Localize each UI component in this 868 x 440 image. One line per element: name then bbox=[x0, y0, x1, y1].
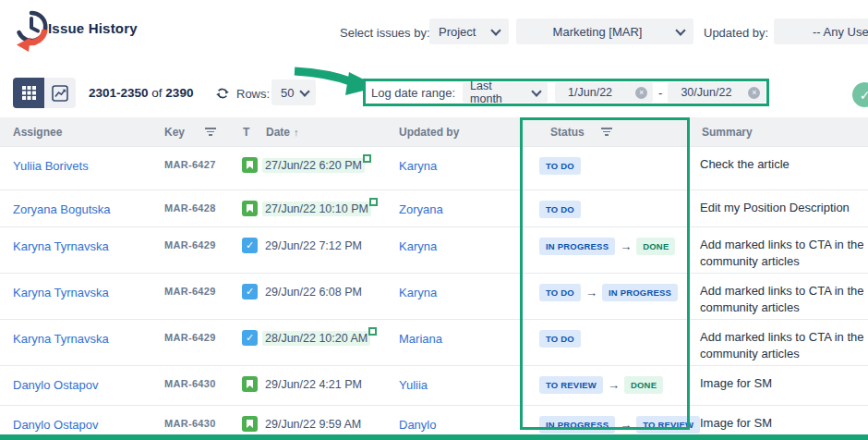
date-value: 29/Jun/22 6:08 PM bbox=[265, 286, 362, 299]
summary-text: Add marked links to CTA in the community… bbox=[700, 227, 866, 270]
date-range-separator: - bbox=[658, 86, 662, 100]
status-badge: TO DO bbox=[539, 284, 581, 301]
updated-by-link[interactable]: Yuliia bbox=[399, 366, 510, 392]
select-by-dropdown[interactable]: Project bbox=[429, 18, 509, 44]
date-cell: 29/Jun/22 6:08 PM bbox=[262, 274, 392, 299]
select-by-value: Project bbox=[439, 25, 476, 39]
date-from-input[interactable]: 1/Jun/22 × bbox=[555, 82, 653, 103]
issue-type-icon: ✓ bbox=[242, 238, 258, 253]
assignee-link[interactable]: Karyna Tyrnavska bbox=[13, 227, 151, 253]
column-header-key[interactable]: Key bbox=[164, 126, 185, 139]
clear-date-to-icon[interactable]: × bbox=[748, 87, 760, 99]
table-row[interactable]: Danylo Ostapov MAR-6430 ✓ 29/Jun/22 4:21… bbox=[0, 365, 868, 405]
updated-by-value: -- Any Use bbox=[813, 25, 868, 39]
project-value: Marketing [MAR] bbox=[553, 25, 643, 39]
key-filter-icon[interactable] bbox=[204, 128, 216, 137]
chart-view-button[interactable] bbox=[44, 78, 76, 108]
summary-text: Edit my Position Description bbox=[700, 190, 866, 216]
project-dropdown[interactable]: Marketing [MAR] bbox=[516, 18, 693, 44]
updated-by-link[interactable]: Karyna bbox=[399, 227, 510, 253]
issue-type-icon: ✓ bbox=[242, 284, 258, 299]
story-bookmark-glyph bbox=[247, 380, 253, 388]
column-header-status[interactable]: Status bbox=[550, 126, 585, 139]
assignee-link[interactable]: Yuliia Borivets bbox=[13, 147, 151, 173]
chevron-down-icon bbox=[300, 86, 310, 96]
updated-by-link[interactable]: Karyna bbox=[399, 274, 510, 299]
date-value: 27/Jun/22 6:20 PM bbox=[265, 159, 362, 172]
task-check-glyph: ✓ bbox=[246, 287, 254, 297]
issue-type-icon: ✓ bbox=[242, 416, 258, 432]
date-cell: 29/Jun/22 7:12 PM bbox=[262, 227, 392, 253]
refresh-icon[interactable] bbox=[215, 86, 230, 101]
summary-text: Image for SM bbox=[700, 366, 866, 392]
column-header-updated-by[interactable]: Updated by bbox=[399, 126, 459, 139]
table-row[interactable]: Danylo Ostapov MAR-6430 ✓ 29/Jun/22 9:59… bbox=[0, 405, 868, 440]
column-header-type[interactable]: T bbox=[243, 126, 249, 139]
assignee-link[interactable]: Karyna Tyrnavska bbox=[13, 320, 151, 346]
issue-type-icon: ✓ bbox=[242, 201, 258, 216]
pagination-range: 2301-2350 bbox=[89, 86, 149, 100]
updated-by-dropdown[interactable]: -- Any Use bbox=[774, 18, 868, 44]
column-header-assignee[interactable]: Assignee bbox=[13, 126, 62, 139]
date-cell: 27/Jun/22 10:10 PM bbox=[262, 190, 392, 216]
summary-text: Check the article bbox=[700, 147, 866, 173]
table-row[interactable]: Karyna Tyrnavska MAR-6429 ✓ 29/Jun/22 7:… bbox=[0, 226, 868, 273]
date-cell: 29/Jun/22 9:59 AM bbox=[262, 406, 392, 432]
pagination-total: 2390 bbox=[165, 86, 193, 100]
date-cell: 28/Jun/22 10:20 AM bbox=[262, 320, 392, 346]
rows-per-page-dropdown[interactable]: 50 bbox=[271, 79, 316, 105]
chart-icon bbox=[52, 85, 68, 102]
check-icon: ✓ bbox=[860, 88, 868, 103]
status-badge: TO REVIEW bbox=[539, 376, 603, 394]
summary-text: Image for SM bbox=[700, 406, 866, 432]
table-row[interactable]: Yuliia Borivets MAR-6427 ✓ 27/Jun/22 6:2… bbox=[0, 146, 868, 189]
status-transition-arrow-icon: → bbox=[620, 239, 632, 253]
apply-filter-button[interactable]: ✓ bbox=[852, 82, 868, 107]
issue-type-icon: ✓ bbox=[242, 376, 258, 392]
status-badge: TO REVIEW bbox=[636, 416, 700, 434]
assignee-link[interactable]: Zoryana Bogutska bbox=[13, 190, 151, 216]
status-filter-icon[interactable] bbox=[600, 128, 612, 137]
date-value: 29/Jun/22 4:21 PM bbox=[265, 378, 362, 391]
table-row[interactable]: Karyna Tyrnavska MAR-6429 ✓ 29/Jun/22 6:… bbox=[0, 273, 868, 319]
pagination-count: 2301-2350 of 2390 bbox=[89, 86, 193, 100]
page-title: Issue History bbox=[48, 20, 138, 36]
select-issues-by-label: Select issues by: bbox=[340, 26, 430, 40]
status-cell: TO DO bbox=[539, 320, 693, 348]
table-header: Assignee Key T Date↑ Updated by Status S… bbox=[0, 117, 868, 146]
issue-type-icon: ✓ bbox=[242, 330, 258, 346]
issue-key-label: MAR-6429 bbox=[164, 227, 216, 251]
assignee-link[interactable]: Karyna Tyrnavska bbox=[13, 274, 151, 299]
updated-by-link[interactable]: Mariana bbox=[399, 320, 510, 346]
status-transition-arrow-icon: → bbox=[608, 378, 620, 392]
status-badge: IN PROGRESS bbox=[539, 238, 615, 255]
clear-date-from-icon[interactable]: × bbox=[635, 87, 647, 99]
table-row[interactable]: Karyna Tyrnavska MAR-6429 ✓ 28/Jun/22 10… bbox=[0, 319, 868, 365]
status-badge: TO DO bbox=[539, 201, 581, 218]
assignee-link[interactable]: Danylo Ostapov bbox=[13, 366, 151, 392]
story-bookmark-glyph bbox=[247, 161, 253, 169]
status-cell: IN PROGRESS→TO REVIEW bbox=[539, 406, 693, 434]
chevron-down-icon bbox=[490, 25, 500, 35]
column-header-date[interactable]: Date↑ bbox=[266, 126, 299, 139]
issue-key-label: MAR-6429 bbox=[164, 274, 216, 297]
summary-text: Add marked links to CTA in the community… bbox=[700, 320, 866, 362]
assignee-link[interactable]: Danylo Ostapov bbox=[13, 406, 151, 432]
table-row[interactable]: Zoryana Bogutska MAR-6428 ✓ 27/Jun/22 10… bbox=[0, 189, 868, 226]
issue-key-label: MAR-6428 bbox=[164, 190, 216, 214]
status-cell: TO REVIEW→DONE bbox=[539, 366, 693, 394]
date-range-preset-dropdown[interactable]: Last month bbox=[463, 82, 548, 103]
status-cell: TO DO bbox=[539, 147, 693, 175]
column-header-summary[interactable]: Summary bbox=[702, 126, 753, 139]
status-transition-arrow-icon: → bbox=[620, 418, 632, 432]
status-cell: IN PROGRESS→DONE bbox=[539, 227, 693, 255]
status-badge: IN PROGRESS bbox=[602, 284, 678, 301]
updated-by-link[interactable]: Danylo bbox=[399, 406, 510, 432]
date-to-input[interactable]: 30/Jun/22 × bbox=[668, 82, 766, 103]
grid-icon bbox=[22, 86, 36, 100]
updated-by-link[interactable]: Zoryana bbox=[399, 190, 510, 216]
task-check-glyph: ✓ bbox=[246, 333, 254, 343]
grid-view-button[interactable] bbox=[13, 78, 44, 108]
status-badge: IN PROGRESS bbox=[539, 416, 615, 434]
updated-by-link[interactable]: Karyna bbox=[399, 147, 510, 173]
